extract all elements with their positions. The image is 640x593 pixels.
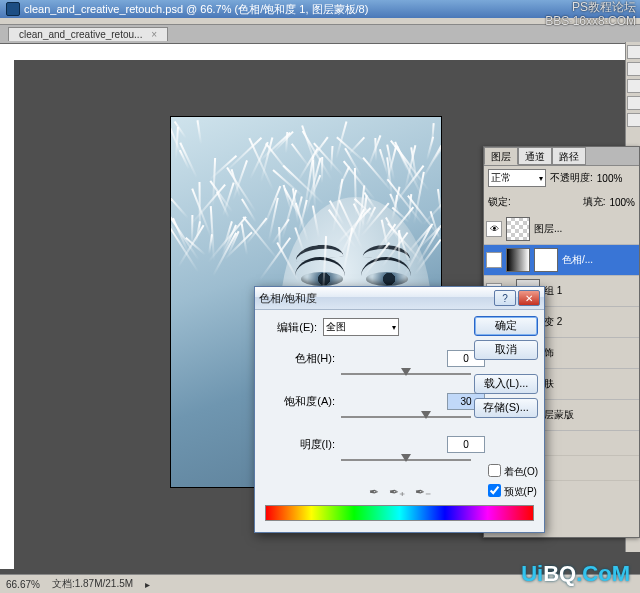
cancel-button[interactable]: 取消 bbox=[474, 340, 538, 360]
fill-value[interactable]: 100% bbox=[609, 197, 635, 208]
tab-paths[interactable]: 路径 bbox=[552, 147, 586, 165]
image-fur bbox=[171, 117, 441, 287]
opacity-label: 不透明度: bbox=[550, 171, 593, 185]
close-button[interactable]: ✕ bbox=[518, 290, 540, 306]
edit-label: 编辑(E): bbox=[261, 320, 317, 335]
blend-mode-select[interactable]: 正常▾ bbox=[488, 169, 546, 187]
load-button[interactable]: 载入(L)... bbox=[474, 374, 538, 394]
watermark-bottom: UiBQ.CoM bbox=[521, 561, 630, 587]
window-title: clean_and_creative_retouch.psd @ 66.7% (… bbox=[24, 2, 368, 17]
doc-info: 文档:1.87M/21.5M bbox=[52, 577, 133, 591]
blend-row: 正常▾ 不透明度: 100% bbox=[484, 166, 639, 190]
layer-row[interactable]: 👁色相/... bbox=[484, 245, 639, 276]
colorize-checkbox[interactable]: 着色(O) bbox=[484, 459, 538, 479]
preview-checkbox[interactable]: 预览(P) bbox=[484, 479, 538, 499]
hue-saturation-dialog: 色相/饱和度 ? ✕ 编辑(E): 全图▾ 色相(H): 0 饱和度(A): 3… bbox=[254, 286, 545, 533]
tab-label: clean_and_creative_retou... bbox=[19, 29, 142, 40]
slider-label: 色相(H): bbox=[261, 351, 335, 366]
mask-thumb bbox=[534, 248, 558, 272]
document-tabbar: clean_and_creative_retou... × bbox=[0, 25, 640, 44]
slider-track[interactable] bbox=[341, 369, 471, 379]
layer-thumb bbox=[506, 217, 530, 241]
slider-row: 明度(I): 0 bbox=[261, 436, 538, 453]
slider-track[interactable] bbox=[341, 412, 471, 422]
ok-button[interactable]: 确定 bbox=[474, 316, 538, 336]
layer-name: 色相/... bbox=[562, 253, 593, 267]
zoom-level[interactable]: 66.67% bbox=[6, 579, 40, 590]
visibility-icon[interactable]: 👁 bbox=[486, 221, 502, 237]
dialog-body: 编辑(E): 全图▾ 色相(H): 0 饱和度(A): 30 明度(I): 0 … bbox=[255, 310, 544, 533]
ruler-vertical bbox=[0, 44, 15, 569]
edit-select[interactable]: 全图▾ bbox=[323, 318, 399, 336]
watermark-top: PS教程论坛 BBS·16xx8·COM bbox=[545, 0, 636, 28]
document-tab[interactable]: clean_and_creative_retou... × bbox=[8, 27, 168, 41]
layer-name: 组 1 bbox=[544, 284, 562, 298]
app-root: clean_and_creative_retouch.psd @ 66.7% (… bbox=[0, 0, 640, 593]
dialog-checkboxes: 着色(O) 预览(P) bbox=[484, 459, 538, 499]
app-icon bbox=[6, 2, 20, 16]
layer-row[interactable]: 👁图层... bbox=[484, 214, 639, 245]
help-button[interactable]: ? bbox=[494, 290, 516, 306]
panel-tabs: 图层 通道 路径 bbox=[484, 147, 639, 166]
eyedropper-tools[interactable]: ✒ ✒₊ ✒₋ bbox=[369, 485, 431, 499]
fill-label: 填充: bbox=[583, 195, 606, 209]
eyedropper-plus-icon[interactable]: ✒₊ bbox=[389, 485, 405, 499]
close-icon[interactable]: × bbox=[151, 29, 157, 40]
tab-layers[interactable]: 图层 bbox=[484, 147, 518, 165]
save-button[interactable]: 存储(S)... bbox=[474, 398, 538, 418]
dialog-title: 色相/饱和度 bbox=[259, 291, 317, 306]
layer-name: 图层... bbox=[534, 222, 562, 236]
slider-label: 饱和度(A): bbox=[261, 394, 335, 409]
slider-value-field[interactable]: 0 bbox=[447, 436, 485, 453]
menubar[interactable] bbox=[0, 18, 640, 25]
window-titlebar: clean_and_creative_retouch.psd @ 66.7% (… bbox=[0, 0, 640, 18]
visibility-icon[interactable]: 👁 bbox=[486, 252, 502, 268]
layer-thumb bbox=[506, 248, 530, 272]
slider-label: 明度(I): bbox=[261, 437, 335, 452]
lock-row: 锁定: 填充: 100% bbox=[484, 190, 639, 214]
slider-track[interactable] bbox=[341, 455, 471, 465]
lock-label: 锁定: bbox=[488, 195, 511, 209]
dialog-buttons: 确定 取消 载入(L)... 存储(S)... bbox=[474, 316, 538, 418]
eyedropper-icon[interactable]: ✒ bbox=[369, 485, 379, 499]
hue-spectrum[interactable] bbox=[265, 505, 534, 521]
opacity-value[interactable]: 100% bbox=[597, 173, 623, 184]
tab-channels[interactable]: 通道 bbox=[518, 147, 552, 165]
ruler-horizontal bbox=[14, 44, 640, 61]
eyedropper-minus-icon[interactable]: ✒₋ bbox=[415, 485, 431, 499]
chevron-right-icon[interactable]: ▸ bbox=[145, 579, 150, 590]
dialog-titlebar[interactable]: 色相/饱和度 ? ✕ bbox=[255, 287, 544, 310]
